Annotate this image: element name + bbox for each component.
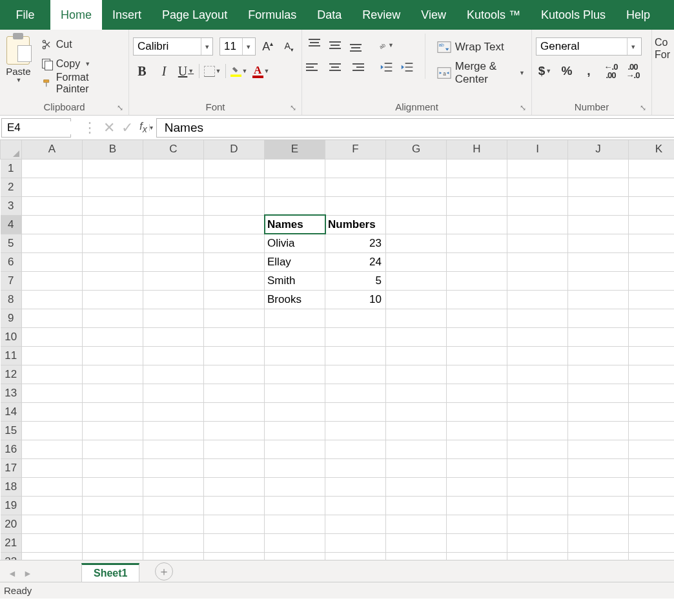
- cell[interactable]: [386, 159, 447, 178]
- cell[interactable]: [629, 309, 675, 327]
- cell[interactable]: [386, 458, 447, 477]
- cell[interactable]: [143, 496, 204, 515]
- cell[interactable]: [386, 477, 447, 496]
- cell[interactable]: [629, 440, 675, 458]
- format-painter-button[interactable]: Format Painter: [39, 74, 125, 93]
- cell[interactable]: [204, 309, 265, 327]
- cell[interactable]: [265, 365, 325, 384]
- cell[interactable]: [568, 271, 629, 290]
- cell[interactable]: [143, 178, 204, 196]
- cell[interactable]: [204, 421, 265, 440]
- cell[interactable]: [204, 215, 265, 234]
- cell[interactable]: [325, 159, 386, 178]
- column-header[interactable]: E: [265, 140, 325, 159]
- row-header[interactable]: 9: [1, 309, 22, 327]
- row-header[interactable]: 12: [1, 365, 22, 384]
- cell[interactable]: [22, 515, 83, 533]
- cell[interactable]: [204, 271, 265, 290]
- column-header[interactable]: A: [22, 140, 83, 159]
- align-top-button[interactable]: [306, 37, 323, 53]
- decrease-decimal-button[interactable]: .00→.0: [624, 62, 642, 80]
- cell[interactable]: [447, 365, 507, 384]
- cell[interactable]: [629, 458, 675, 477]
- cell[interactable]: [507, 290, 568, 309]
- cell[interactable]: [447, 533, 507, 552]
- cell[interactable]: [204, 346, 265, 365]
- cell[interactable]: [386, 346, 447, 365]
- cell[interactable]: [83, 346, 143, 365]
- bold-button[interactable]: B: [133, 62, 151, 80]
- increase-decimal-button[interactable]: ←.0.00: [602, 62, 620, 80]
- cell[interactable]: [22, 234, 83, 252]
- fill-color-button[interactable]: ▼: [230, 62, 248, 80]
- wrap-text-button[interactable]: ab Wrap Text: [434, 36, 527, 58]
- cell[interactable]: [22, 196, 83, 215]
- cell[interactable]: [507, 327, 568, 346]
- cell[interactable]: [507, 552, 568, 560]
- cell[interactable]: [386, 252, 447, 271]
- cell[interactable]: [204, 159, 265, 178]
- cell[interactable]: [204, 496, 265, 515]
- cell[interactable]: [265, 552, 325, 560]
- cell[interactable]: [447, 252, 507, 271]
- cell[interactable]: [447, 159, 507, 178]
- cell[interactable]: [447, 346, 507, 365]
- cell[interactable]: [386, 421, 447, 440]
- cell[interactable]: [568, 178, 629, 196]
- cell[interactable]: [143, 346, 204, 365]
- cell[interactable]: [447, 234, 507, 252]
- cell[interactable]: [143, 421, 204, 440]
- row-header[interactable]: 16: [1, 440, 22, 458]
- cell[interactable]: [507, 533, 568, 552]
- cell[interactable]: [507, 496, 568, 515]
- cell[interactable]: [629, 346, 675, 365]
- align-center-button[interactable]: [327, 59, 343, 75]
- cell[interactable]: [325, 384, 386, 402]
- row-header[interactable]: 10: [1, 327, 22, 346]
- cell[interactable]: [143, 290, 204, 309]
- sheet-nav-prev-icon[interactable]: ◄: [5, 565, 19, 582]
- row-header[interactable]: 13: [1, 384, 22, 402]
- cell[interactable]: [568, 477, 629, 496]
- font-color-dropdown-icon[interactable]: ▼: [264, 68, 270, 74]
- cell[interactable]: [22, 252, 83, 271]
- cell[interactable]: [629, 178, 675, 196]
- italic-button[interactable]: I: [155, 62, 173, 80]
- column-header[interactable]: C: [143, 140, 204, 159]
- cell[interactable]: 5: [325, 271, 386, 290]
- cell[interactable]: [568, 384, 629, 402]
- number-format-dropdown-icon[interactable]: ▾: [627, 38, 638, 55]
- fill-dropdown-icon[interactable]: ▼: [242, 68, 248, 74]
- cell[interactable]: [325, 533, 386, 552]
- cell[interactable]: [83, 533, 143, 552]
- formula-input[interactable]: [156, 118, 674, 138]
- cell[interactable]: [83, 252, 143, 271]
- cell[interactable]: [204, 515, 265, 533]
- cell[interactable]: [629, 552, 675, 560]
- cell[interactable]: [325, 196, 386, 215]
- cell[interactable]: [83, 309, 143, 327]
- cell[interactable]: [204, 440, 265, 458]
- cell[interactable]: [325, 365, 386, 384]
- cell[interactable]: [447, 196, 507, 215]
- cell[interactable]: [386, 402, 447, 421]
- column-header[interactable]: J: [568, 140, 629, 159]
- cell[interactable]: [204, 533, 265, 552]
- cell[interactable]: [83, 515, 143, 533]
- cell[interactable]: [568, 440, 629, 458]
- cell[interactable]: [447, 384, 507, 402]
- formula-bar-options-icon[interactable]: ⋮: [83, 119, 97, 136]
- font-name-combo[interactable]: Calibri ▾: [133, 37, 213, 56]
- cell[interactable]: [507, 365, 568, 384]
- cell[interactable]: [325, 421, 386, 440]
- tab-data[interactable]: Data: [307, 0, 352, 30]
- cell[interactable]: [386, 234, 447, 252]
- worksheet-grid[interactable]: ABCDEFGHIJK1234NamesNumbers5Olivia236Ell…: [0, 140, 674, 560]
- cell[interactable]: [265, 178, 325, 196]
- cell[interactable]: [325, 477, 386, 496]
- cell[interactable]: [83, 496, 143, 515]
- cell[interactable]: [143, 196, 204, 215]
- orientation-dropdown-icon[interactable]: ▼: [388, 42, 394, 48]
- cell[interactable]: [447, 215, 507, 234]
- cell[interactable]: [22, 365, 83, 384]
